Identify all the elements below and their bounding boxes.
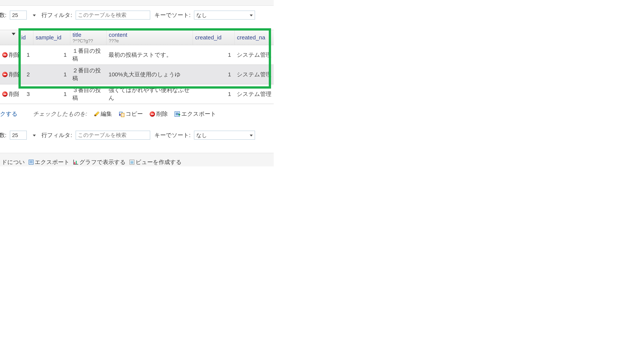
check-all-link[interactable]: クする [0,110,18,118]
column-header-title[interactable]: title ?^?C?g?? [70,30,106,45]
cell-id: 2 [19,65,33,84]
row-filter-input[interactable] [76,11,150,19]
delete-icon [2,72,8,77]
cell-created-id: 1 [193,65,234,84]
data-table: id sample_id title ?^?C?g?? content ???e… [0,30,274,104]
sort-by-key-select[interactable]: なし [194,11,255,19]
cell-id: 3 [19,84,33,104]
sort-by-key-select[interactable]: なし [194,131,255,140]
row-action-delete[interactable]: 削除 [0,65,19,84]
column-header-id[interactable]: id [19,30,33,45]
sort-by-key-label: キーでソート: [154,11,191,19]
cell-created-na: システム管理 [234,84,274,104]
cell-id: 1 [19,45,33,65]
delete-icon [150,111,155,117]
export-icon [175,111,180,117]
row-filter-label: 行フィルタ: [41,11,72,19]
bulk-actions-bar: クする チェックしたものを: 編集 コピー 削除 エクスポート [0,109,274,119]
column-header-content[interactable]: content ???e [106,30,193,45]
row-action-delete[interactable]: 削除 [0,45,19,65]
cell-title: １番目の投稿 [70,45,106,65]
footer-view-link[interactable]: ビューを作成する [130,158,182,166]
row-filter-input[interactable] [76,131,150,140]
row-action-delete[interactable]: 削除 [0,84,19,104]
chart-icon [73,160,78,165]
column-header-created-id[interactable]: created_id [193,30,234,45]
rows-per-page-select[interactable]: 25 [10,131,27,140]
footer-export-link[interactable]: エクスポート [29,158,70,166]
cell-sample-id: 1 [33,84,70,104]
rows-per-page-label: 数: [0,131,6,139]
view-icon [130,160,134,165]
bulk-export-button[interactable]: エクスポート [175,110,216,118]
footer-bar: ドについ エクスポート グラフで表示する ビューを作成する [0,153,274,166]
pencil-icon [93,110,100,118]
delete-icon [2,52,8,57]
sort-by-key-label: キーでソート: [154,131,191,139]
cell-sample-id: 1 [33,65,70,84]
chevron-down-icon [12,33,16,35]
column-header-created-na[interactable]: created_na [234,30,274,45]
cell-title: ２番目の投稿 [70,65,106,84]
cell-content: 強くてはがれやすい便利なふせん [106,84,193,104]
cell-content: 100%丸大豆使用のしょうゆ [106,65,193,84]
bulk-edit-button[interactable]: 編集 [94,110,112,118]
cell-created-id: 1 [193,45,234,65]
bulk-delete-button[interactable]: 削除 [150,110,168,118]
filter-bar-top: 数: 25 行フィルタ: キーでソート: なし [0,6,274,24]
bulk-copy-button[interactable]: コピー [119,110,143,118]
filter-bar-bottom: 数: 25 行フィルタ: キーでソート: なし [0,126,274,145]
with-selected-label: チェックしたものを: [33,110,87,118]
cell-sample-id: 1 [33,45,70,65]
column-header-actions[interactable] [0,30,19,45]
cell-created-id: 1 [193,84,234,104]
cell-content: 最初の投稿テストです。 [106,45,193,65]
delete-icon [2,91,8,97]
column-header-sample-id[interactable]: sample_id [33,30,70,45]
row-filter-label: 行フィルタ: [41,131,72,139]
cell-title: ３番目の投稿 [70,84,106,104]
rows-per-page-label: 数: [0,11,6,19]
spreadsheet-icon [29,160,34,165]
footer-chart-link[interactable]: グラフで表示する [73,158,126,166]
cell-created-na: システム管理 [234,65,274,84]
cell-created-na: システム管理 [234,45,274,65]
footer-fragment: ドについ [1,158,25,166]
rows-per-page-select[interactable]: 25 [10,11,27,19]
table-region: id sample_id title ?^?C?g?? content ???e… [0,30,274,104]
top-strip [0,0,274,6]
copy-icon [119,111,124,117]
